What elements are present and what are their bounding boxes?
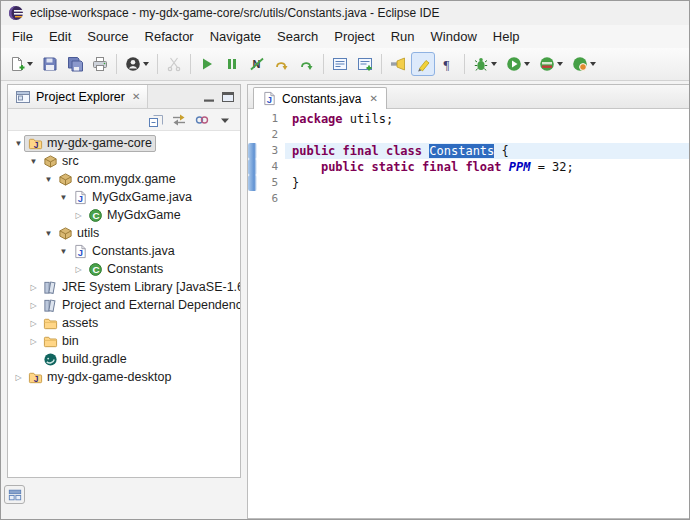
collapse-all-button[interactable] bbox=[147, 111, 165, 129]
tree-item-my-gdx-game-core[interactable]: ▼Jmy-gdx-game-core bbox=[8, 134, 240, 152]
code-text[interactable] bbox=[285, 127, 689, 143]
tree-item-content[interactable]: com.mygdx.game bbox=[54, 171, 180, 188]
line-number[interactable]: 5 bbox=[257, 175, 285, 191]
collapsed-arrow-icon[interactable]: ▷ bbox=[28, 301, 39, 310]
save-all-button[interactable] bbox=[63, 52, 87, 76]
collapsed-arrow-icon[interactable]: ▷ bbox=[28, 319, 39, 328]
tree-item-content[interactable]: build.gradle bbox=[39, 351, 131, 368]
tree-item-assets[interactable]: ▷assets bbox=[8, 314, 240, 332]
dropdown-arrow-icon[interactable] bbox=[143, 62, 149, 66]
expanded-arrow-icon[interactable]: ▼ bbox=[28, 157, 39, 166]
code-line-5[interactable]: 5} bbox=[248, 175, 689, 191]
tree-item-content[interactable]: src bbox=[39, 153, 83, 170]
tree-item-bin[interactable]: ▷bin bbox=[8, 332, 240, 350]
step-over-button[interactable] bbox=[270, 52, 294, 76]
menu-navigate[interactable]: Navigate bbox=[202, 27, 269, 46]
tree-item-content[interactable]: Jmy-gdx-game-core bbox=[24, 135, 156, 152]
collapsed-arrow-icon[interactable]: ▷ bbox=[13, 373, 24, 382]
code-text[interactable] bbox=[285, 191, 689, 207]
tree-item-content[interactable]: Project and External Dependenci bbox=[39, 297, 240, 314]
expanded-arrow-icon[interactable]: ▼ bbox=[43, 229, 54, 238]
coverage-button[interactable] bbox=[535, 52, 567, 76]
open-console-button[interactable] bbox=[328, 52, 352, 76]
expanded-arrow-icon[interactable]: ▼ bbox=[58, 193, 69, 202]
menu-run[interactable]: Run bbox=[383, 27, 423, 46]
tree-item-content[interactable]: Jmy-gdx-game-desktop bbox=[24, 369, 175, 386]
tree-item-content[interactable]: utils bbox=[54, 225, 103, 242]
code-text[interactable]: package utils; bbox=[285, 111, 689, 127]
suspend-button[interactable] bbox=[220, 52, 244, 76]
menu-help[interactable]: Help bbox=[485, 27, 528, 46]
collapsed-arrow-icon[interactable]: ▷ bbox=[28, 283, 39, 292]
line-number[interactable]: 4 bbox=[257, 159, 285, 175]
collapsed-arrow-icon[interactable]: ▷ bbox=[28, 337, 39, 346]
tree-item-content[interactable]: JConstants.java bbox=[69, 243, 179, 260]
new-wizard-button[interactable] bbox=[5, 52, 37, 76]
close-view-icon[interactable]: ✕ bbox=[132, 91, 140, 102]
focus-active-task-button[interactable] bbox=[193, 111, 211, 129]
tree-item-jre-system-library-javase-1-6[interactable]: ▷JRE System Library [JavaSE-1.6] bbox=[8, 278, 240, 296]
code-line-1[interactable]: 1package utils; bbox=[248, 111, 689, 127]
tree-item-content[interactable]: assets bbox=[39, 315, 102, 332]
tree-item-src[interactable]: ▼src bbox=[8, 152, 240, 170]
skip-all-breakpoints-button[interactable]: N bbox=[245, 52, 269, 76]
expanded-arrow-icon[interactable]: ▼ bbox=[58, 247, 69, 256]
print-button[interactable] bbox=[88, 52, 112, 76]
collapsed-arrow-icon[interactable]: ▷ bbox=[73, 211, 84, 220]
line-number[interactable]: 3 bbox=[257, 143, 285, 159]
tree-item-my-gdx-game-desktop[interactable]: ▷Jmy-gdx-game-desktop bbox=[8, 368, 240, 386]
menu-file[interactable]: File bbox=[4, 27, 41, 46]
code-line-6[interactable]: 6 bbox=[248, 191, 689, 207]
menu-window[interactable]: Window bbox=[423, 27, 485, 46]
tree-item-content[interactable]: JMyGdxGame.java bbox=[69, 189, 196, 206]
cut-button[interactable] bbox=[162, 52, 186, 76]
restore-view-button[interactable] bbox=[4, 485, 25, 504]
dropdown-arrow-icon[interactable] bbox=[27, 62, 33, 66]
search-button[interactable] bbox=[386, 52, 410, 76]
menu-refactor[interactable]: Refactor bbox=[137, 27, 202, 46]
dropdown-arrow-icon[interactable] bbox=[524, 62, 530, 66]
code-text[interactable]: public final class Constants { bbox=[285, 143, 689, 159]
dropdown-arrow-icon[interactable] bbox=[491, 62, 497, 66]
tree-item-utils[interactable]: ▼utils bbox=[8, 224, 240, 242]
collapsed-arrow-icon[interactable]: ▷ bbox=[73, 265, 84, 274]
debug-button[interactable] bbox=[469, 52, 501, 76]
tab-constants-java[interactable]: J Constants.java ✕ bbox=[253, 87, 387, 109]
tree-item-build-gradle[interactable]: build.gradle bbox=[8, 350, 240, 368]
maximize-view-button[interactable] bbox=[220, 89, 236, 105]
line-number[interactable]: 1 bbox=[257, 111, 285, 127]
tree-item-com-mygdx-game[interactable]: ▼com.mygdx.game bbox=[8, 170, 240, 188]
explorer-view-tab[interactable]: Project Explorer ✕ bbox=[8, 85, 148, 108]
code-line-4[interactable]: 4 public static final float PPM = 32; bbox=[248, 159, 689, 175]
menu-project[interactable]: Project bbox=[326, 27, 382, 46]
pin-console-button[interactable] bbox=[353, 52, 377, 76]
dropdown-arrow-icon[interactable] bbox=[590, 62, 596, 66]
tree-item-content[interactable]: CConstants bbox=[84, 261, 167, 278]
menu-source[interactable]: Source bbox=[79, 27, 136, 46]
save-button[interactable] bbox=[38, 52, 62, 76]
code-line-2[interactable]: 2 bbox=[248, 127, 689, 143]
code-text[interactable]: public static final float PPM = 32; bbox=[285, 159, 689, 175]
dropdown-arrow-icon[interactable] bbox=[557, 62, 563, 66]
tree-item-content[interactable]: bin bbox=[39, 333, 83, 350]
tree-item-mygdxgame[interactable]: ▷CMyGdxGame bbox=[8, 206, 240, 224]
tree-item-constants[interactable]: ▷CConstants bbox=[8, 260, 240, 278]
view-menu-button[interactable] bbox=[216, 111, 234, 129]
tree-item-project-and-external-dependenci[interactable]: ▷Project and External Dependenci bbox=[8, 296, 240, 314]
show-whitespace-button[interactable]: ¶ bbox=[436, 52, 460, 76]
tree-item-constants-java[interactable]: ▼JConstants.java bbox=[8, 242, 240, 260]
resume-button[interactable] bbox=[195, 52, 219, 76]
close-tab-icon[interactable]: ✕ bbox=[369, 93, 377, 104]
tree-item-content[interactable]: CMyGdxGame bbox=[84, 207, 185, 224]
line-number[interactable]: 6 bbox=[257, 191, 285, 207]
code-text[interactable]: } bbox=[285, 175, 689, 191]
expanded-arrow-icon[interactable]: ▼ bbox=[13, 139, 24, 148]
code-line-3[interactable]: 3public final class Constants { bbox=[248, 143, 689, 159]
minimize-view-button[interactable] bbox=[201, 89, 217, 105]
profile-button[interactable] bbox=[568, 52, 600, 76]
menu-edit[interactable]: Edit bbox=[41, 27, 79, 46]
account-button[interactable] bbox=[121, 52, 153, 76]
toggle-mark-occurrences-button[interactable] bbox=[411, 52, 435, 76]
tree-item-content[interactable]: JRE System Library [JavaSE-1.6] bbox=[39, 279, 240, 296]
step-return-button[interactable] bbox=[295, 52, 319, 76]
